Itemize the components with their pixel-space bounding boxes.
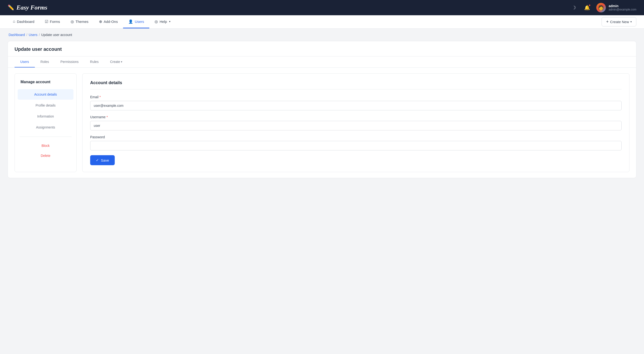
sidebar-item-profile-details[interactable]: Profile details [18,100,74,111]
addons-icon: ⊕ [99,19,102,24]
tab-create[interactable]: Create ▾ [104,56,128,67]
secnav-links: ⌂ Dashboard ☑ Forms ◎ Themes ⊕ Add-Ons 👤… [8,15,176,28]
sidebar-item-block-label: Block [42,144,50,148]
tab-roles[interactable]: Roles [35,56,55,67]
help-dropdown-icon: ▾ [169,20,170,23]
topbar-right: ☽ 🔔 🧑 admin admin@example.com [570,3,636,12]
nav-help-label: Help [160,19,167,23]
nav-forms[interactable]: ☑ Forms [40,15,65,28]
users-icon: 👤 [128,19,133,24]
sidebar-item-information[interactable]: Information [18,111,74,122]
account-details-title: Account details [90,80,622,89]
card-title: Update user account [8,41,636,56]
breadcrumb: Dashboard / Users / Update user account [0,29,644,41]
dark-mode-toggle[interactable]: ☽ [570,3,578,12]
tab-users-label: Users [20,60,29,64]
sidebar-item-block[interactable]: Block [18,141,74,150]
admin-name: admin [609,4,636,8]
tab-permissions-label: Permissions [60,60,78,64]
avatar: 🧑 [596,3,606,12]
app-logo: ✏️ Easy Forms [8,4,47,11]
password-label: Password [90,135,622,139]
email-input[interactable] [90,101,622,110]
tab-create-chevron-icon: ▾ [121,60,122,63]
admin-email: admin@example.com [609,8,636,11]
inner-tabs: Users Roles Permissions Rules Create ▾ [8,56,636,68]
create-new-plus-icon: + [606,19,609,24]
themes-icon: ◎ [70,19,74,24]
tab-permissions[interactable]: Permissions [54,56,84,67]
forms-icon: ☑ [45,19,48,24]
nav-users-label: Users [135,19,144,23]
username-required-star: * [106,115,108,119]
notification-dot [588,4,591,6]
sidebar-item-information-label: Information [37,114,54,118]
topbar: ✏️ Easy Forms ☽ 🔔 🧑 admin admin@example.… [0,0,644,15]
logo-icon: ✏️ [8,4,14,11]
email-label: Email * [90,95,622,99]
help-icon: ◎ [154,19,158,24]
save-button-label: Save [101,158,109,162]
home-icon: ⌂ [13,19,15,23]
create-new-button[interactable]: + Create New ▾ [602,17,636,26]
sidebar-item-profile-details-label: Profile details [36,103,56,107]
save-checkmark-icon: ✓ [96,158,99,162]
admin-text: admin admin@example.com [609,4,636,11]
breadcrumb-sep-2: / [39,33,40,37]
sidebar-item-delete[interactable]: Delete [18,151,74,160]
password-field-group: Password [90,135,622,150]
nav-themes[interactable]: ◎ Themes [65,15,94,28]
breadcrumb-current: Update user account [41,33,72,37]
sidebar-item-assignments[interactable]: Assignments [18,122,74,133]
admin-info: 🧑 admin admin@example.com [596,3,636,12]
nav-dashboard-label: Dashboard [17,19,34,23]
email-required-star: * [100,95,101,99]
content-area: Manage account Account details Profile d… [8,68,636,178]
nav-forms-label: Forms [50,19,60,23]
breadcrumb-dashboard[interactable]: Dashboard [8,33,25,37]
sidebar-item-account-details-label: Account details [34,92,57,96]
nav-addons[interactable]: ⊕ Add-Ons [94,15,123,28]
main-card: Update user account Users Roles Permissi… [8,41,636,178]
manage-sidebar: Manage account Account details Profile d… [14,73,76,172]
tab-roles-label: Roles [40,60,49,64]
nav-themes-label: Themes [76,19,88,23]
nav-users[interactable]: 👤 Users [123,15,149,28]
sidebar-divider [20,137,72,137]
username-field-group: Username * [90,115,622,130]
manage-sidebar-title: Manage account [15,77,76,89]
create-new-label: Create New [610,20,629,24]
tab-users[interactable]: Users [14,56,35,67]
sidebar-item-delete-label: Delete [41,154,50,158]
moon-icon: ☽ [572,5,576,10]
nav-help[interactable]: ◎ Help ▾ [149,15,176,28]
sidebar-item-assignments-label: Assignments [36,125,55,129]
sidebar-item-account-details[interactable]: Account details [18,89,74,100]
email-field-group: Email * [90,95,622,110]
breadcrumb-users[interactable]: Users [28,33,38,37]
username-input[interactable] [90,121,622,130]
tab-rules[interactable]: Rules [84,56,104,67]
secondary-nav: ⌂ Dashboard ☑ Forms ◎ Themes ⊕ Add-Ons 👤… [0,15,644,29]
nav-addons-label: Add-Ons [104,19,118,23]
app-name: Easy Forms [16,4,47,11]
username-label: Username * [90,115,622,119]
create-new-chevron-icon: ▾ [630,20,632,23]
tab-create-label: Create [110,60,120,64]
notifications-button[interactable]: 🔔 [583,3,592,12]
nav-dashboard[interactable]: ⌂ Dashboard [8,15,40,28]
save-button[interactable]: ✓ Save [90,155,115,165]
password-input[interactable] [90,141,622,150]
breadcrumb-sep-1: / [26,33,28,37]
account-details-panel: Account details Email * Username * [82,73,630,172]
tab-rules-label: Rules [90,60,99,64]
